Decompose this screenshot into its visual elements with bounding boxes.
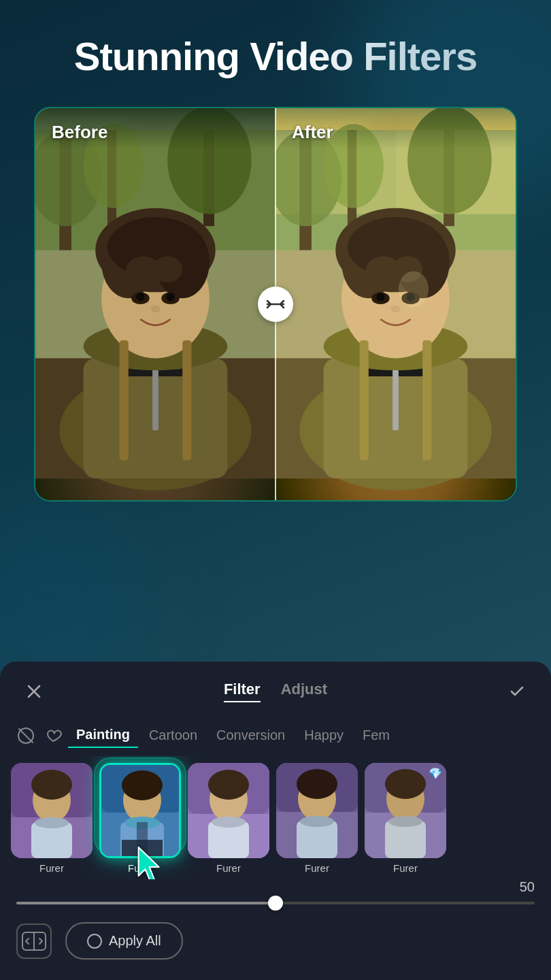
filter-label-4: Furer [305, 862, 329, 874]
svg-point-92 [297, 769, 337, 799]
filter-thumbnails-row: Furer [0, 756, 551, 879]
filter-thumbnail-2 [99, 763, 181, 858]
before-label: Before [52, 122, 107, 143]
panel-topbar: Filter Adjust [0, 662, 551, 717]
split-handle[interactable] [258, 287, 293, 322]
category-feminine[interactable]: Fem [354, 723, 398, 747]
filter-label-1: Furer [39, 862, 64, 874]
category-conversion[interactable]: Conversion [208, 723, 293, 747]
filter-thumbnail-5: 💎 [365, 763, 446, 858]
category-painting[interactable]: Painting [68, 723, 138, 748]
svg-rect-27 [182, 340, 191, 461]
tab-adjust[interactable]: Adjust [281, 681, 327, 702]
panel-tabs: Filter Adjust [224, 681, 327, 702]
svg-point-68 [31, 770, 72, 800]
no-filter-icon[interactable] [14, 723, 38, 748]
after-portrait-svg [276, 108, 516, 500]
svg-point-7 [167, 108, 252, 214]
filter-thumbnail-1 [11, 763, 93, 858]
apply-all-circle-icon [87, 934, 102, 949]
confirm-button[interactable] [502, 676, 532, 706]
filter-item-furer-2[interactable]: Furer [99, 763, 181, 874]
filter-item-furer-1[interactable]: Furer [11, 763, 93, 874]
favorites-icon[interactable] [41, 723, 65, 748]
svg-point-94 [300, 816, 334, 827]
filter-label-5: Furer [393, 862, 418, 874]
svg-point-87 [212, 817, 246, 828]
intensity-slider-container [0, 899, 551, 915]
filter-thumbnail-4 [276, 763, 358, 858]
slider-fill [16, 902, 276, 904]
apply-all-label: Apply All [109, 933, 161, 949]
svg-point-25 [150, 305, 160, 312]
image-comparison: Before [34, 107, 517, 502]
filter-badge-5: 💎 [429, 767, 442, 780]
after-image: After [276, 108, 516, 500]
filter-item-furer-5[interactable]: 💎 Furer [365, 763, 446, 874]
svg-rect-26 [120, 340, 129, 461]
filter-item-furer-4[interactable]: Furer [276, 763, 358, 874]
svg-point-53 [376, 293, 384, 301]
compare-button[interactable] [16, 924, 52, 959]
apply-all-button[interactable]: Apply All [65, 922, 183, 960]
close-button[interactable] [19, 676, 49, 706]
filter-label-3: Furer [216, 862, 241, 874]
cursor-indicator [133, 845, 169, 879]
after-label: After [292, 122, 333, 143]
category-row: Painting Cartoon Conversion Happy Fem [0, 717, 551, 756]
image-split: Before [35, 108, 516, 500]
svg-point-24 [166, 293, 174, 301]
category-happy[interactable]: Happy [296, 723, 352, 747]
before-image: Before [35, 108, 276, 500]
tab-filter[interactable]: Filter [224, 681, 261, 702]
svg-point-55 [390, 305, 400, 312]
category-cartoon[interactable]: Cartoon [141, 723, 205, 747]
svg-point-99 [385, 769, 426, 799]
slider-thumb[interactable] [268, 896, 283, 911]
filter-item-furer-3[interactable]: Furer [188, 763, 269, 874]
svg-point-101 [388, 816, 422, 827]
svg-point-20 [152, 256, 182, 282]
split-handle-arrows [266, 298, 285, 310]
svg-point-58 [399, 271, 429, 307]
filter-thumbnail-3 [188, 763, 269, 858]
title-section: Stunning Video Filters [0, 0, 551, 100]
svg-point-70 [35, 817, 69, 828]
before-portrait-svg [35, 108, 276, 500]
bottom-panel: Filter Adjust Painting Cartoon Conversio… [0, 662, 551, 980]
svg-point-76 [122, 770, 163, 800]
svg-rect-57 [422, 340, 431, 461]
svg-point-23 [136, 293, 144, 301]
svg-rect-56 [360, 340, 369, 461]
svg-point-85 [208, 770, 249, 800]
bottom-actions: Apply All [0, 915, 551, 966]
svg-line-63 [19, 729, 33, 742]
page-title: Stunning Video Filters [41, 34, 510, 80]
slider-track[interactable] [16, 902, 535, 904]
